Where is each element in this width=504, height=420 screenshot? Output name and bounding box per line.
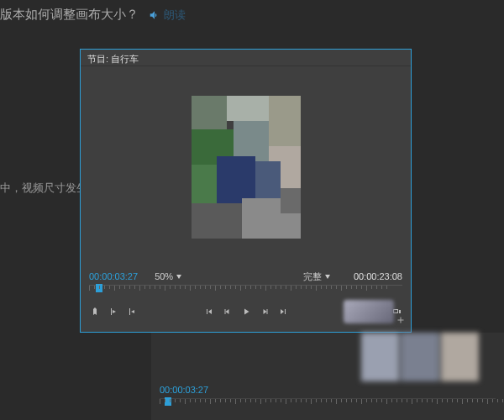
step-back-icon bbox=[223, 307, 233, 317]
play-button[interactable] bbox=[240, 306, 252, 318]
out-point-button[interactable] bbox=[126, 306, 138, 318]
goto-out-icon bbox=[278, 307, 288, 317]
page-title: 版本如何调整画布大小？ bbox=[0, 7, 139, 23]
timecode-total: 00:00:23:08 bbox=[354, 271, 402, 281]
quality-label: 完整 bbox=[303, 270, 322, 283]
button-editor-button[interactable] bbox=[396, 315, 406, 325]
quality-dropdown[interactable]: 完整 bbox=[303, 270, 330, 283]
marker-icon bbox=[90, 307, 100, 317]
in-point-button[interactable] bbox=[108, 306, 119, 318]
step-back-button[interactable] bbox=[222, 306, 234, 318]
goto-in-icon bbox=[204, 307, 214, 317]
lower-preview-blur bbox=[361, 333, 479, 381]
sound-button[interactable]: 朗读 bbox=[149, 8, 186, 23]
preview-frame bbox=[192, 96, 301, 239]
play-icon bbox=[241, 307, 251, 317]
panel-header: 节目: 自行车 bbox=[81, 50, 411, 66]
monitor-info-row: 00:00:03:27 50% 完整 00:00:23:08 bbox=[81, 268, 411, 285]
sound-icon bbox=[149, 9, 160, 21]
lower-ruler[interactable] bbox=[160, 398, 496, 412]
goto-in-button[interactable] bbox=[203, 306, 215, 318]
time-ruler[interactable] bbox=[89, 285, 402, 300]
chevron-down-icon bbox=[325, 275, 330, 279]
zoom-value: 50% bbox=[155, 271, 173, 281]
lower-panel: 00:00:03:27 bbox=[151, 333, 504, 420]
plus-icon bbox=[396, 315, 406, 325]
article-text-fragment: 中，视频尺寸发生 bbox=[0, 181, 87, 196]
program-monitor-panel: 节目: 自行车 00:00:03:27 50% 完整 00:00:23: bbox=[80, 49, 412, 333]
goto-out-button[interactable] bbox=[277, 306, 289, 318]
lower-timecode[interactable]: 00:00:03:27 bbox=[160, 385, 208, 395]
outpoint-icon bbox=[127, 307, 137, 317]
marker-button[interactable] bbox=[89, 306, 101, 318]
preview-area bbox=[81, 66, 411, 268]
zoom-dropdown[interactable]: 50% bbox=[155, 271, 181, 281]
watermark-blur bbox=[344, 300, 394, 323]
timecode-current[interactable]: 00:00:03:27 bbox=[89, 271, 138, 281]
step-forward-button[interactable] bbox=[259, 306, 270, 318]
chevron-down-icon bbox=[176, 275, 181, 279]
inpoint-icon bbox=[108, 307, 118, 317]
sound-label: 朗读 bbox=[164, 8, 186, 23]
step-forward-icon bbox=[260, 307, 270, 317]
